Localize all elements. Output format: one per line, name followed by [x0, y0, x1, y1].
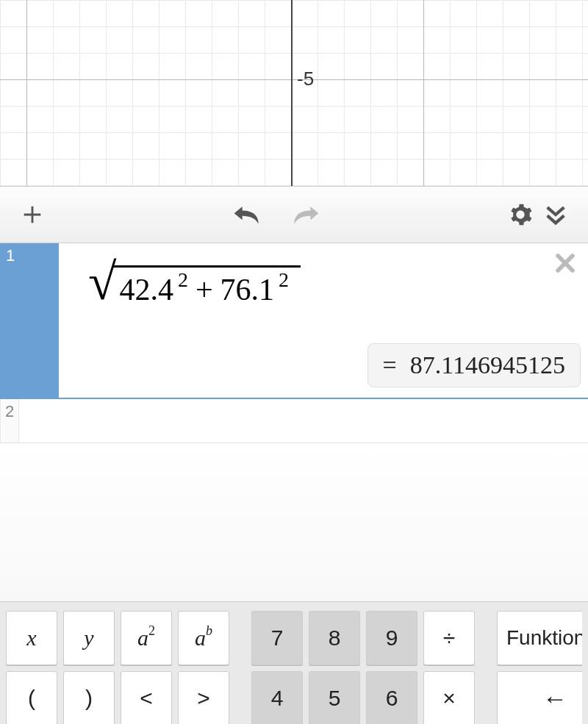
close-icon — [553, 251, 578, 276]
chevron-double-down-icon — [543, 202, 568, 227]
key-ab-exp: b — [206, 623, 212, 639]
key-a-power-b[interactable]: ab — [178, 611, 229, 665]
collapse-button[interactable] — [538, 197, 573, 232]
toolbar — [0, 186, 588, 243]
base-1: 42.4 — [119, 272, 173, 307]
gear-icon — [508, 202, 533, 227]
keypad: x y a2 ab ( ) < > 7 8 9 ÷ 4 5 6 × Funkti… — [0, 601, 588, 724]
key-multiply[interactable]: × — [423, 671, 475, 724]
key-less-than[interactable]: < — [121, 671, 172, 724]
key-9[interactable]: 9 — [366, 611, 417, 665]
exp-1: 2 — [178, 268, 188, 292]
expression-list: 1 √ 42.4 2 + 76.1 2 = 87.1146945125 2 — [0, 243, 588, 601]
keypad-functions: Funktionen ← → — [497, 611, 582, 724]
delete-expression-button[interactable] — [553, 251, 578, 279]
expression-list-blank[interactable] — [0, 443, 588, 601]
key-greater-than[interactable]: > — [178, 671, 229, 724]
key-divide[interactable]: ÷ — [423, 611, 475, 665]
key-8[interactable]: 8 — [309, 611, 360, 665]
key-a2-base: a — [137, 626, 148, 650]
exp-2: 2 — [279, 268, 289, 292]
key-lparen[interactable]: ( — [6, 671, 57, 724]
key-a2-exp: 2 — [148, 623, 155, 639]
keypad-vars: x y a2 ab ( ) < > — [6, 611, 229, 724]
key-7[interactable]: 7 — [251, 611, 303, 665]
redo-button[interactable] — [287, 197, 323, 232]
sqrt-icon: √ — [88, 257, 116, 308]
expression-result: = 87.1146945125 — [368, 343, 581, 387]
add-expression-button[interactable] — [15, 197, 50, 232]
expression-index: 1 — [0, 243, 59, 398]
key-6[interactable]: 6 — [366, 671, 417, 724]
key-y[interactable]: y — [63, 611, 115, 665]
radicand: 42.4 2 + 76.1 2 — [113, 265, 301, 307]
plus-icon — [20, 202, 45, 227]
key-ab-base: a — [195, 626, 206, 650]
plus-sign: + — [196, 272, 213, 307]
key-cursor-left[interactable]: ← — [497, 671, 582, 724]
key-rparen[interactable]: ) — [63, 671, 115, 724]
expression-row[interactable]: 1 √ 42.4 2 + 76.1 2 = 87.1146945125 — [0, 243, 588, 399]
result-value: 87.1146945125 — [410, 351, 565, 379]
undo-button[interactable] — [230, 197, 265, 232]
axis-tick-label: -5 — [297, 68, 314, 90]
base-2: 76.1 — [220, 272, 275, 307]
undo-icon — [232, 202, 264, 227]
key-5[interactable]: 5 — [309, 671, 360, 724]
settings-button[interactable] — [503, 197, 538, 232]
y-axis — [291, 0, 293, 186]
key-functions[interactable]: Funktionen — [497, 611, 582, 665]
equals-sign: = — [383, 351, 397, 379]
redo-icon — [289, 202, 321, 227]
graph-canvas[interactable]: -5 — [0, 0, 588, 186]
keypad-numbers: 7 8 9 ÷ 4 5 6 × — [251, 611, 475, 724]
key-4[interactable]: 4 — [251, 671, 303, 724]
key-x[interactable]: x — [6, 611, 57, 665]
expression-index: 2 — [0, 399, 19, 442]
key-a-squared[interactable]: a2 — [121, 611, 172, 665]
expression-row-empty[interactable]: 2 — [0, 399, 588, 443]
expression-input[interactable]: √ 42.4 2 + 76.1 2 — [88, 258, 573, 324]
